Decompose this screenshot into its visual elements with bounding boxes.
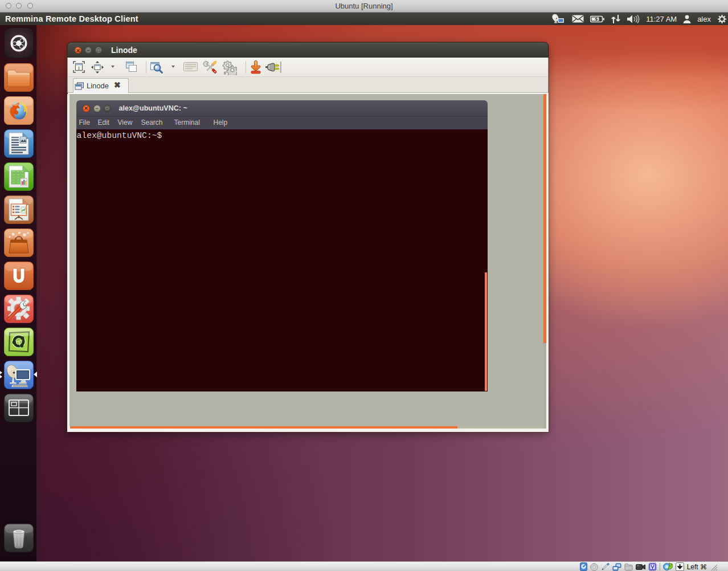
svg-text:1: 1 [77, 66, 80, 71]
